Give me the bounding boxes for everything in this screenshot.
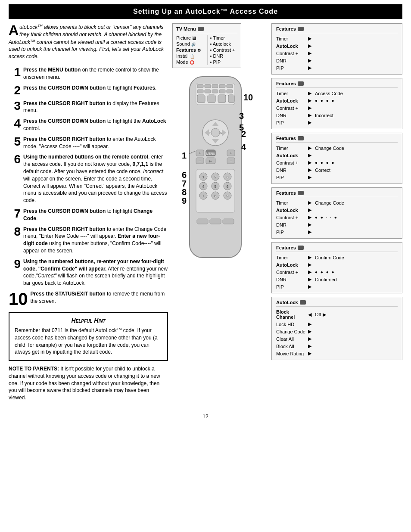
feature-row-pip-1: PIP ▶ [276, 64, 398, 72]
feature-row-autolock-3: AutoLock ▶ [276, 152, 398, 159]
feature-box-5: Features Timer ▶ Confirm Code AutoLock ▶… [271, 242, 402, 293]
feature-row-contrast-1: Contrast + ▶ [276, 50, 398, 57]
step-text-9: Using the numbered buttons, re-enter you… [23, 258, 168, 287]
step-text-4: Press the CURSOR DOWN button to highligh… [23, 118, 168, 132]
page-number: 12 [0, 410, 411, 423]
svg-text:4: 4 [241, 142, 246, 152]
svg-rect-11 [227, 90, 233, 93]
svg-text:1: 1 [182, 151, 187, 160]
step-text-10: Press the STATUS/EXIT button to remove t… [31, 290, 168, 305]
step-4: 4 Press the CURSOR DOWN button to highli… [9, 118, 168, 132]
features-icon-2 [298, 81, 304, 86]
feature-row-contrast-4: Contrast + ▶ ● ● · · ● [276, 214, 398, 221]
svg-rect-7 [197, 90, 203, 93]
step-3: 3 Press the CURSOR RIGHT button to displ… [9, 100, 168, 115]
tv-menu-items: Picture 🖼 Sound 🔊 Features ⚙ Install 📋 M… [176, 35, 237, 65]
step-num-8: 8 [9, 226, 21, 238]
step-num-5: 5 [9, 136, 21, 148]
feature-row-dnr-4: DNR ▶ [276, 221, 398, 228]
feature-row-contrast-3: Contrast + ▶ ● ● ● ● [276, 159, 398, 166]
autolock-title: AutoLock [276, 300, 398, 307]
feature-box-2: Features Timer ▶ Access Code AutoLock ▶ … [271, 78, 402, 129]
step-text-1: Press the MENU button on the remote cont… [23, 66, 168, 81]
svg-text:+: + [199, 151, 201, 156]
features-icon-4 [298, 191, 304, 195]
page-wrapper: Setting Up an AutoLock™ Access Code A ut… [0, 4, 411, 423]
autolock-row-change-code: Change Code ▶ [276, 328, 398, 335]
svg-text:3: 3 [226, 175, 228, 179]
svg-rect-9 [212, 90, 218, 93]
svg-text:10: 10 [243, 93, 253, 102]
feature-row-contrast-5: Contrast + ▶ ● ● ● ● [276, 268, 398, 276]
feature-box-3: Features Timer ▶ Change Code AutoLock ▶ … [271, 133, 402, 184]
steps-list: 1 Press the MENU button on the remote co… [9, 66, 168, 308]
svg-rect-55 [210, 219, 221, 224]
step-num-4: 4 [9, 118, 21, 130]
feature-row-dnr-3: DNR ▶ Correct [276, 166, 398, 174]
autolock-row-block-all: Block All ▶ [276, 342, 398, 350]
autolock-row-clear-all: Clear All ▶ [276, 335, 398, 342]
feature-row-autolock-5: AutoLock ▶ [276, 261, 398, 268]
step-text-6: Using the numbered buttons on the remote… [23, 153, 168, 204]
step-text-3: Press the CURSOR RIGHT button to display… [23, 100, 168, 115]
menu-item-mode: Mode ⭕ [176, 59, 204, 65]
step-10: 10 Press the STATUS/EXIT button to remov… [9, 290, 168, 308]
step-7: 7 Press the CURSOR DOWN button to highli… [9, 208, 168, 222]
step-num-3: 3 [9, 100, 21, 112]
menu-item-picture: Picture 🖼 [176, 35, 204, 41]
feature-box-5-title: Features [276, 245, 398, 252]
submenu-timer: Timer [210, 35, 238, 41]
step-num-2: 2 [9, 84, 21, 96]
tv-menu-box: TV Menu Picture 🖼 Sound 🔊 Features ⚙ Ins… [172, 23, 241, 68]
submenu-dnr: DNR [210, 53, 238, 59]
menu-item-sound: Sound 🔊 [176, 41, 204, 47]
features-icon-1 [298, 27, 304, 31]
svg-rect-6 [227, 84, 233, 88]
svg-text:4: 4 [202, 184, 204, 189]
right-column: Features Timer ▶ AutoLock ▶ Contrast + ▶… [271, 23, 402, 401]
feature-row-timer-4: Timer ▶ Change Code [276, 199, 398, 206]
autolock-icon [300, 300, 306, 305]
svg-rect-5 [219, 84, 225, 88]
svg-text:9: 9 [182, 196, 187, 205]
step-8: 8 Press the CURSOR RIGHT button to enter… [9, 226, 168, 255]
svg-text:−: − [230, 159, 232, 163]
feature-row-autolock-4: AutoLock ▶ [276, 206, 398, 214]
svg-text:MENU: MENU [206, 152, 215, 155]
svg-text:5: 5 [239, 123, 244, 132]
step-text-7: Press the CURSOR DOWN button to highligh… [23, 208, 168, 222]
feature-row-timer-1: Timer ▶ [276, 35, 398, 42]
svg-rect-12 [197, 95, 205, 103]
hint-box: Helpful Hint Remember that 0711 is the d… [9, 312, 168, 361]
center-column: TV Menu Picture 🖼 Sound 🔊 Features ⚙ Ins… [172, 23, 267, 401]
autolock-box: AutoLock Block Channel ◀ Off ▶ Lock HD ▶… [271, 297, 402, 360]
submenu-autolock: Autolock [210, 41, 238, 47]
feature-box-1: Features Timer ▶ AutoLock ▶ Contrast + ▶… [271, 23, 402, 75]
svg-text:7: 7 [202, 194, 204, 198]
menu-item-features: Features ⚙ [176, 47, 204, 53]
svg-text:8: 8 [182, 187, 187, 197]
feature-row-contrast-2: Contrast + ▶ [276, 104, 398, 112]
step-text-8: Press the CURSOR RIGHT button to enter t… [23, 226, 168, 255]
menu-item-install: Install 📋 [176, 53, 204, 59]
step-num-10: 10 [9, 290, 28, 308]
tv-menu-title: TV Menu [176, 26, 237, 33]
step-9: 9 Using the numbered buttons, re-enter y… [9, 258, 168, 287]
feature-row-timer-2: Timer ▶ Access Code [276, 90, 398, 97]
svg-text:−: − [199, 159, 201, 163]
svg-rect-54 [197, 219, 208, 224]
step-num-6: 6 [9, 153, 21, 165]
tv-menu-icon [198, 27, 204, 31]
step-num-1: 1 [9, 66, 21, 78]
step-6: 6 Using the numbered buttons on the remo… [9, 153, 168, 204]
step-num-9: 9 [9, 258, 21, 270]
feature-row-autolock-1: AutoLock ▶ [276, 42, 398, 50]
svg-text:5: 5 [214, 184, 216, 189]
svg-text:+: + [230, 151, 232, 156]
feature-row-dnr-1: DNR ▶ [276, 57, 398, 64]
step-num-7: 7 [9, 208, 21, 220]
svg-rect-13 [208, 95, 215, 103]
step-text-2: Press the CURSOR DOWN button to highligh… [23, 84, 168, 92]
svg-rect-15 [228, 95, 234, 103]
features-icon-5 [298, 246, 304, 250]
